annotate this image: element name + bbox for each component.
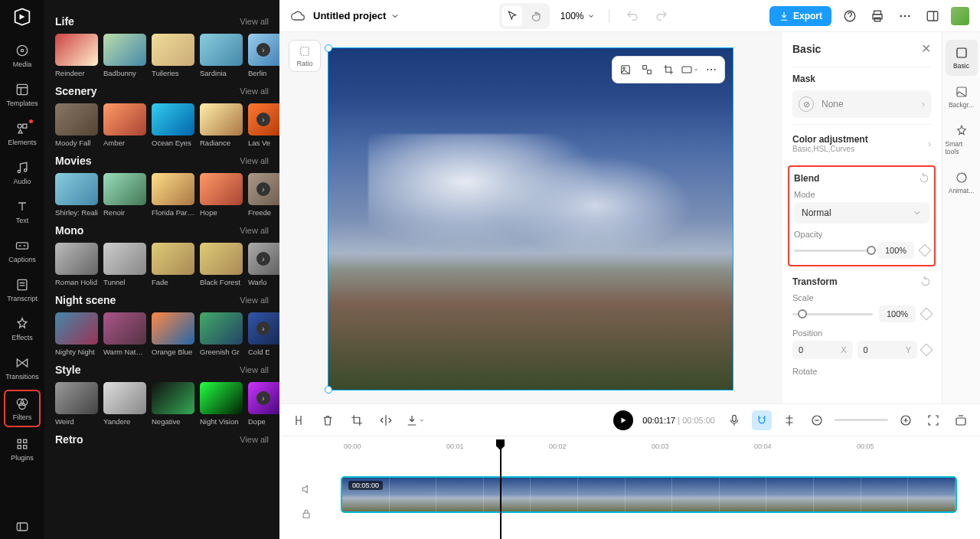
nav-text[interactable]: Text xyxy=(4,194,41,229)
row-next-button[interactable]: › xyxy=(256,113,270,126)
rr-animation[interactable]: Animat... xyxy=(946,165,978,201)
position-keyframe[interactable] xyxy=(920,344,933,357)
redo-button[interactable] xyxy=(652,7,671,25)
print-button[interactable] xyxy=(868,7,887,25)
position-x-input[interactable]: 0X xyxy=(792,341,853,359)
position-y-input[interactable]: 0Y xyxy=(858,341,918,359)
panels-button[interactable] xyxy=(923,7,942,25)
scale-value[interactable]: 100% xyxy=(879,305,916,322)
track-lock-button[interactable] xyxy=(296,504,316,524)
more-button[interactable] xyxy=(896,7,914,25)
opacity-value[interactable]: 100% xyxy=(877,242,914,259)
align-button[interactable] xyxy=(779,410,799,430)
nav-templates[interactable]: Templates xyxy=(4,77,41,112)
nav-audio[interactable]: Audio xyxy=(4,155,41,190)
view-all-link[interactable]: View all xyxy=(240,296,269,305)
timeline-zoom-slider[interactable] xyxy=(835,419,888,421)
filter-thumb[interactable]: Amber xyxy=(103,103,146,147)
filter-thumb[interactable]: Weird xyxy=(55,382,98,426)
project-title[interactable]: Untitled project xyxy=(313,10,400,21)
view-all-link[interactable]: View all xyxy=(240,17,269,26)
row-next-button[interactable]: › xyxy=(256,182,270,196)
fit-button[interactable] xyxy=(637,60,657,80)
zoom-dropdown[interactable]: 100% xyxy=(560,11,595,21)
opacity-slider[interactable] xyxy=(794,250,871,252)
nav-plugins[interactable]: Plugins xyxy=(4,432,41,466)
resize-handle-bl[interactable] xyxy=(325,386,332,394)
row-next-button[interactable]: › xyxy=(256,322,270,335)
filter-thumb[interactable]: Black Forest xyxy=(200,243,243,286)
magnet-button[interactable] xyxy=(752,410,772,430)
expand-timeline-button[interactable] xyxy=(951,410,971,430)
filter-thumb[interactable]: Warm Nature xyxy=(103,312,146,356)
filter-thumb[interactable]: Florida Parad xyxy=(152,173,194,217)
nav-elements[interactable]: Elements xyxy=(4,116,41,151)
scale-slider[interactable] xyxy=(792,313,873,315)
close-panel-button[interactable]: ✕ xyxy=(921,41,931,56)
zoom-out-button[interactable] xyxy=(807,410,827,430)
mirror-button[interactable] xyxy=(376,410,396,430)
undo-button[interactable] xyxy=(623,7,642,25)
filter-thumb[interactable]: Reindeer xyxy=(55,34,98,77)
play-button[interactable] xyxy=(613,410,633,430)
preview-canvas[interactable] xyxy=(328,47,733,390)
nav-transcript[interactable]: Transcript xyxy=(4,273,41,307)
rr-background[interactable]: Backgr... xyxy=(946,79,978,115)
zoom-in-button[interactable] xyxy=(896,410,916,430)
crop-timeline-button[interactable] xyxy=(347,410,367,430)
view-all-link[interactable]: View all xyxy=(240,435,269,444)
filter-thumb[interactable]: Tuileries xyxy=(152,34,194,77)
row-next-button[interactable]: › xyxy=(256,43,270,57)
nav-effects[interactable]: Effects xyxy=(4,312,41,346)
filter-thumb[interactable]: Shirley: Reali xyxy=(55,173,98,217)
replace-button[interactable] xyxy=(616,60,635,80)
view-all-link[interactable]: View all xyxy=(240,156,269,165)
nav-media[interactable]: Media xyxy=(4,38,41,73)
blend-reset-icon[interactable] xyxy=(919,173,929,184)
fit-timeline-button[interactable] xyxy=(923,410,943,430)
download-button[interactable] xyxy=(405,410,425,430)
filter-thumb[interactable]: Hope xyxy=(200,173,243,217)
color-adjustment-row[interactable]: Color adjustment Basic,HSL,Curves › xyxy=(792,131,931,156)
filter-thumb[interactable]: Yandere xyxy=(103,382,146,426)
filter-thumb[interactable]: Negative xyxy=(152,382,194,426)
video-clip[interactable]: 00:05:00 xyxy=(341,476,957,513)
ratio-button[interactable]: Ratio xyxy=(289,40,321,72)
mask-selector[interactable]: ⊘None › xyxy=(792,90,931,118)
row-next-button[interactable]: › xyxy=(256,252,270,266)
filter-thumb[interactable]: Renoir xyxy=(103,173,146,217)
resize-handle-tl[interactable] xyxy=(325,44,332,52)
canvas-more-button[interactable] xyxy=(701,60,721,80)
filter-thumb[interactable]: Sardinia xyxy=(200,34,243,77)
view-all-link[interactable]: View all xyxy=(240,87,269,96)
crop-button[interactable] xyxy=(658,60,678,80)
track-audio-button[interactable] xyxy=(296,479,316,499)
view-all-link[interactable]: View all xyxy=(240,226,269,235)
app-logo[interactable] xyxy=(11,6,33,28)
rr-smart-tools[interactable]: Smart tools xyxy=(946,118,978,162)
user-avatar[interactable] xyxy=(951,7,969,25)
nav-filters[interactable]: Filters xyxy=(4,390,41,427)
view-all-link[interactable]: View all xyxy=(240,365,269,374)
opacity-keyframe[interactable] xyxy=(919,244,932,257)
scale-keyframe[interactable] xyxy=(920,308,933,321)
timeline-ruler[interactable]: 00:00 00:01 00:02 00:03 00:04 00:05 xyxy=(333,436,980,456)
filter-thumb[interactable]: Roman Holid xyxy=(55,243,98,286)
nav-transitions[interactable]: Transitions xyxy=(4,351,41,385)
filter-thumb[interactable]: Tunnel xyxy=(103,243,146,286)
filter-thumb[interactable]: Badbunny xyxy=(103,34,146,77)
rr-basic[interactable]: Basic xyxy=(946,40,978,76)
playhead[interactable] xyxy=(500,441,501,539)
blend-mode-select[interactable]: Normal xyxy=(794,202,929,224)
transform-reset-icon[interactable] xyxy=(920,276,931,287)
row-next-button[interactable]: › xyxy=(256,391,270,405)
nav-captions[interactable]: Captions xyxy=(4,234,41,268)
filter-thumb[interactable]: Greenish Gr xyxy=(200,312,243,356)
filter-thumb[interactable]: Night Vision xyxy=(200,382,243,426)
filter-thumb[interactable]: Nighty Night xyxy=(55,312,98,356)
help-button[interactable] xyxy=(841,7,859,25)
nav-collapse[interactable] xyxy=(4,514,41,539)
filter-thumb[interactable]: Moody Fall xyxy=(55,103,98,147)
export-button[interactable]: Export xyxy=(769,6,831,26)
split-button[interactable] xyxy=(289,410,309,430)
